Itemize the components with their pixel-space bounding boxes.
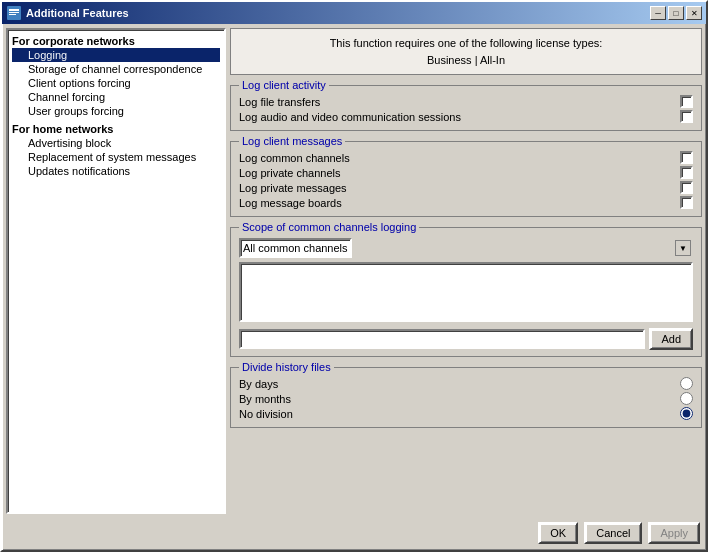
select-arrow-icon: ▼ (675, 240, 691, 256)
divide-history-group: Divide history files By days By months N… (230, 367, 702, 428)
license-line2: Business | All-In (237, 52, 695, 69)
tree-item-updates[interactable]: Updates notifications (12, 164, 220, 178)
log-activity-legend: Log client activity (239, 79, 329, 91)
log-client-messages-group: Log client messages Log common channels … (230, 141, 702, 217)
log-file-transfers-checkbox[interactable] (680, 95, 693, 108)
by-months-radio[interactable] (680, 392, 693, 405)
by-days-label: By days (239, 378, 278, 390)
log-audio-video-row: Log audio and video communication sessio… (239, 109, 693, 124)
add-button[interactable]: Add (649, 328, 693, 350)
scope-dropdown-row: All common channels Selected channels ▼ (239, 238, 693, 258)
log-common-channels-label: Log common channels (239, 152, 350, 164)
log-message-boards-checkbox[interactable] (680, 196, 693, 209)
license-line1: This function requires one of the follow… (237, 35, 695, 52)
ok-button[interactable]: OK (538, 522, 578, 544)
tree-item-advertising[interactable]: Advertising block (12, 136, 220, 150)
log-private-messages-checkbox[interactable] (680, 181, 693, 194)
tree-item-logging[interactable]: Logging (12, 48, 220, 62)
tree-item-user-groups[interactable]: User groups forcing (12, 104, 220, 118)
tree-item-client-options[interactable]: Client options forcing (12, 76, 220, 90)
add-row: Add (239, 328, 693, 350)
log-private-messages-label: Log private messages (239, 182, 347, 194)
title-bar: Additional Features ─ □ ✕ (2, 2, 706, 24)
log-private-channels-row: Log private channels (239, 165, 693, 180)
title-bar-buttons: ─ □ ✕ (650, 6, 702, 20)
by-months-row: By months (239, 391, 693, 406)
log-file-transfers-label: Log file transfers (239, 96, 320, 108)
close-button[interactable]: ✕ (686, 6, 702, 20)
log-common-channels-checkbox[interactable] (680, 151, 693, 164)
log-private-channels-checkbox[interactable] (680, 166, 693, 179)
right-panel: This function requires one of the follow… (230, 28, 702, 514)
by-days-row: By days (239, 376, 693, 391)
section-corporate: For corporate networks (12, 34, 220, 48)
log-message-boards-label: Log message boards (239, 197, 342, 209)
svg-rect-1 (9, 9, 19, 11)
log-private-messages-row: Log private messages (239, 180, 693, 195)
scope-select[interactable]: All common channels Selected channels (239, 238, 352, 258)
cancel-button[interactable]: Cancel (584, 522, 642, 544)
tree-item-storage[interactable]: Storage of channel correspondence (12, 62, 220, 76)
license-notice: This function requires one of the follow… (230, 28, 702, 75)
main-window: Additional Features ─ □ ✕ For corporate … (0, 0, 708, 552)
by-months-label: By months (239, 393, 291, 405)
window-body: For corporate networks Logging Storage o… (2, 24, 706, 550)
log-messages-legend: Log client messages (239, 135, 345, 147)
window-title: Additional Features (26, 7, 650, 19)
no-division-radio[interactable] (680, 407, 693, 420)
log-private-channels-label: Log private channels (239, 167, 341, 179)
window-icon (6, 5, 22, 21)
scope-logging-group: Scope of common channels logging All com… (230, 227, 702, 357)
minimize-button[interactable]: ─ (650, 6, 666, 20)
log-file-transfers-row: Log file transfers (239, 94, 693, 109)
maximize-button[interactable]: □ (668, 6, 684, 20)
tree-item-channel-forcing[interactable]: Channel forcing (12, 90, 220, 104)
log-message-boards-row: Log message boards (239, 195, 693, 210)
log-audio-video-checkbox[interactable] (680, 110, 693, 123)
scope-textarea[interactable] (239, 262, 693, 322)
scope-select-wrapper: All common channels Selected channels ▼ (239, 238, 693, 258)
apply-button[interactable]: Apply (648, 522, 700, 544)
left-panel: For corporate networks Logging Storage o… (6, 28, 226, 514)
no-division-label: No division (239, 408, 293, 420)
add-input[interactable] (239, 329, 645, 349)
tree-item-replacement[interactable]: Replacement of system messages (12, 150, 220, 164)
svg-rect-3 (9, 14, 16, 15)
log-audio-video-label: Log audio and video communication sessio… (239, 111, 461, 123)
by-days-radio[interactable] (680, 377, 693, 390)
log-client-activity-group: Log client activity Log file transfers L… (230, 85, 702, 131)
no-division-row: No division (239, 406, 693, 421)
divide-legend: Divide history files (239, 361, 334, 373)
section-home: For home networks (12, 122, 220, 136)
svg-rect-2 (9, 12, 19, 13)
log-common-channels-row: Log common channels (239, 150, 693, 165)
scope-legend: Scope of common channels logging (239, 221, 419, 233)
bottom-bar: OK Cancel Apply (6, 518, 702, 546)
main-content: For corporate networks Logging Storage o… (6, 28, 702, 514)
